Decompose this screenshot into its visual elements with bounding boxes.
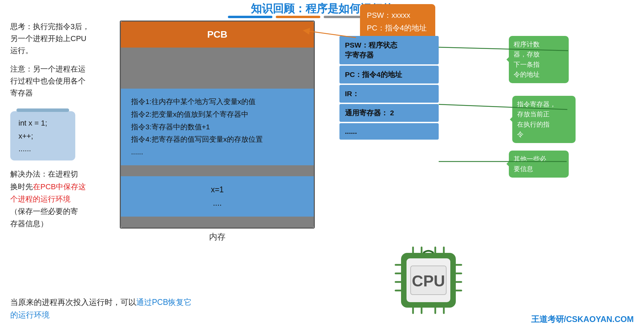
bottom-left-text: 当原来的进程再次投入运行时，可以通过PCB恢复它的运行环境	[10, 296, 198, 321]
green-bubble-1: 程序计数 器，存放 下一条指 令的地址	[509, 36, 569, 83]
left-para2: 注意：另一个进程在运 行过程中也会使用各个 寄存器	[10, 63, 120, 99]
code-line3: ......	[18, 142, 67, 155]
reg-pc: PC：指令4的地址	[339, 66, 439, 83]
instruction-4: 指令4:把寄存器的值写回变量x的存放位置	[131, 133, 304, 146]
instruction-1: 指令1:往内存中某个地方写入变量x的值	[131, 95, 304, 108]
cpu-chip-icon: CPU	[394, 246, 463, 314]
mem-data-section: x=1 ....	[121, 176, 314, 217]
bar-orange	[276, 16, 320, 18]
left-para1: 思考：执行完指令3后， 另一个进程开始上CPU 运行。	[10, 21, 120, 57]
mem-gray-mid	[121, 165, 314, 176]
bottom-prefix: 当原来的进程再次投入运行时，可以	[10, 298, 136, 307]
decorative-bars	[0, 16, 644, 18]
memory-diagram: PCB 指令1:往内存中某个地方写入变量x的值 指令2:把变量x的值放到某个寄存…	[120, 21, 315, 242]
memory-label: 内存	[120, 231, 315, 242]
instruction-5: ......	[131, 146, 304, 158]
mem-gray-bottom	[121, 217, 314, 228]
reg-other: ......	[339, 123, 439, 140]
memory-outer: PCB 指令1:往内存中某个地方写入变量x的值 指令2:把变量x的值放到某个寄存…	[120, 21, 315, 229]
code-line1: int x = 1;	[18, 117, 67, 129]
mem-pcb-label: PCB	[121, 22, 314, 48]
left-para3: 解决办法：在进程切 换时先在PCB中保存这 个进程的运行环境 （保存一些必要的寄…	[10, 168, 120, 230]
instruction-2: 指令2:把变量x的值放到某个寄存器中	[131, 108, 304, 121]
left-panel: 思考：执行完指令3后， 另一个进程开始上CPU 运行。 注意：另一个进程在运 行…	[10, 21, 120, 236]
cpu-registers-panel: PSW：程序状态 字寄存器 PC：指令4的地址 IR： 通用寄存器： 2 ...…	[339, 36, 439, 141]
bar-blue	[228, 16, 272, 18]
watermark: 王道考研/CSKAOYAN.COM	[531, 314, 634, 325]
reg-ir: IR：	[339, 85, 439, 103]
green-bubble-3: 其他一些必 要信息	[509, 151, 569, 178]
para3-suffix: （保存一些必要的寄 存器信息）	[10, 207, 78, 228]
title-area: 知识回顾：程序是如何运行的	[0, 0, 644, 16]
bubble-line2: PC：指令4的地址	[367, 22, 428, 34]
code-line2: x++;	[18, 130, 67, 142]
reg-general: 通用寄存器： 2	[339, 104, 439, 122]
svg-text:CPU: CPU	[412, 272, 445, 290]
green-bubble-2: 指令寄存器， 存放当前正 在执行的指 令	[512, 96, 576, 143]
reg-psw: PSW：程序状态 字寄存器	[339, 36, 439, 64]
mem-instructions: 指令1:往内存中某个地方写入变量x的值 指令2:把变量x的值放到某个寄存器中 指…	[121, 89, 314, 165]
bubble-line1: PSW：xxxxx	[367, 9, 428, 22]
mem-gray-top	[121, 48, 314, 89]
code-block: int x = 1; x++; ......	[10, 111, 75, 160]
instruction-3: 指令3:寄存器中的数值+1	[131, 121, 304, 133]
